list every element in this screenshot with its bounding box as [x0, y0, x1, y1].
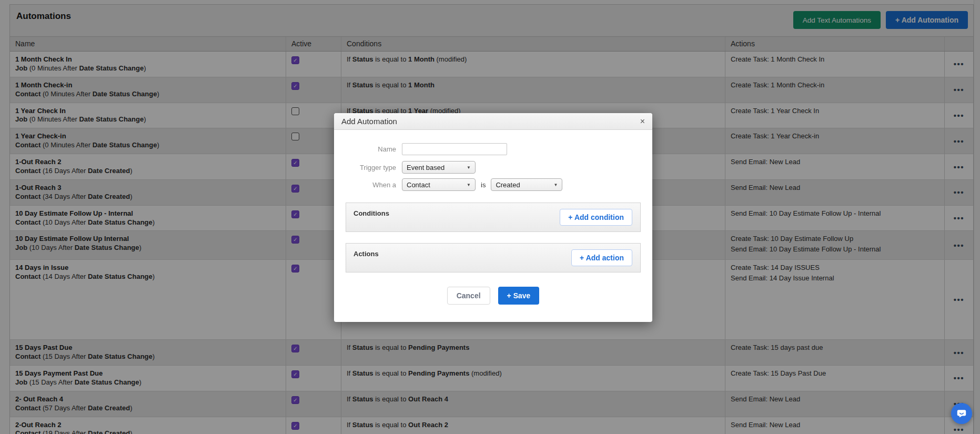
add-automation-dialog: Add Automation × Name Trigger type Event…: [334, 113, 652, 322]
when-event-select[interactable]: Created ▼: [491, 178, 562, 191]
when-entity-value: Contact: [407, 181, 430, 189]
add-action-button[interactable]: + Add action: [571, 249, 632, 266]
dialog-footer: Cancel + Save: [346, 287, 641, 305]
when-a-label: When a: [346, 181, 396, 189]
conditions-panel-label: Conditions: [353, 209, 389, 217]
when-event-value: Created: [496, 181, 520, 189]
chat-launcher-button[interactable]: [951, 403, 972, 424]
dialog-header: Add Automation ×: [334, 113, 652, 130]
conditions-panel: Conditions + Add condition: [346, 203, 641, 232]
add-condition-button[interactable]: + Add condition: [560, 209, 632, 226]
trigger-type-select[interactable]: Event based ▼: [402, 161, 476, 174]
actions-panel: Actions + Add action: [346, 243, 641, 272]
actions-panel-label: Actions: [353, 250, 379, 258]
close-icon[interactable]: ×: [640, 117, 645, 126]
cancel-button[interactable]: Cancel: [447, 287, 490, 305]
chevron-down-icon: ▼: [467, 165, 471, 170]
dialog-body: Name Trigger type Event based ▼ When a C…: [334, 143, 652, 305]
trigger-type-value: Event based: [407, 164, 444, 171]
automation-name-input[interactable]: [402, 143, 507, 155]
chevron-down-icon: ▼: [553, 183, 558, 187]
when-entity-select[interactable]: Contact ▼: [402, 178, 476, 191]
chat-bubble-icon: [956, 408, 967, 419]
trigger-type-label: Trigger type: [346, 164, 396, 171]
dialog-title: Add Automation: [341, 117, 397, 126]
is-connector-label: is: [481, 181, 486, 189]
name-label: Name: [346, 145, 396, 153]
save-button[interactable]: + Save: [498, 287, 540, 305]
chevron-down-icon: ▼: [467, 183, 471, 187]
